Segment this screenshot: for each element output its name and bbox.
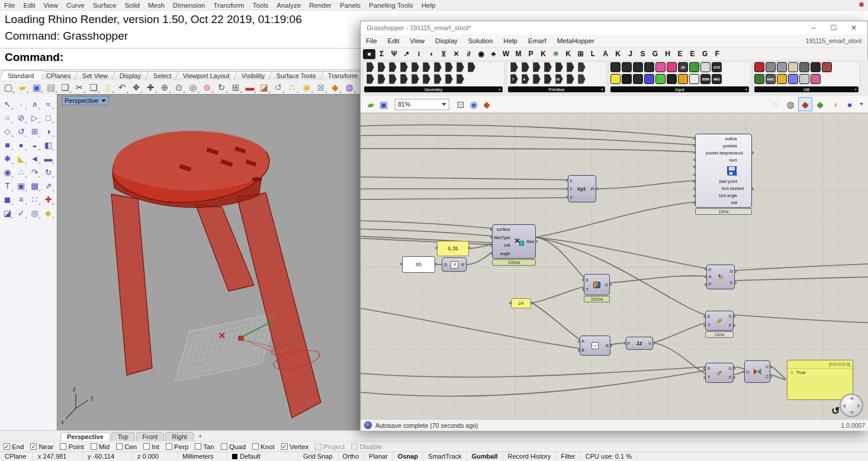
- grid-points-tool[interactable]: ∷: [28, 192, 41, 206]
- contour-tool[interactable]: ≡: [14, 192, 28, 206]
- component-icon[interactable]: [754, 62, 764, 72]
- menu-item[interactable]: Solid: [120, 2, 144, 9]
- component-icon[interactable]: [622, 74, 632, 84]
- node-subtraction[interactable]: AB − R: [580, 336, 610, 356]
- component-icon[interactable]: [420, 74, 430, 84]
- node-unit-z[interactable]: F 1z V: [626, 337, 653, 350]
- flow-tool[interactable]: ◪: [1, 206, 14, 220]
- maximize-button[interactable]: ☐: [824, 21, 844, 34]
- arc-tool[interactable]: ▷: [28, 111, 41, 124]
- viewport-tab[interactable]: Perspective: [60, 432, 110, 441]
- canvas-nav-ball[interactable]: ↺: [840, 394, 863, 417]
- polygon-tool[interactable]: ◇: [1, 124, 14, 138]
- blend-tool[interactable]: ↷: [28, 165, 41, 179]
- chamfer-tool[interactable]: ▬: [41, 151, 55, 165]
- result-panel[interactable]: {0;0;0;0;0} 0True: [787, 360, 853, 400]
- preview-off-icon[interactable]: ◌: [769, 98, 782, 111]
- open-document-icon[interactable]: ▰: [364, 98, 377, 111]
- osnap-checkbox[interactable]: Cen: [116, 443, 137, 450]
- drape-tool[interactable]: ◧: [41, 138, 55, 151]
- status-toggle[interactable]: Record History: [503, 452, 557, 461]
- minimize-button[interactable]: –: [803, 21, 824, 34]
- sphere-tool[interactable]: ●: [14, 138, 28, 151]
- component-icon[interactable]: 7: [508, 74, 518, 84]
- viewport-tab[interactable]: Right: [165, 432, 194, 441]
- pipe-tool[interactable]: ◎: [28, 206, 41, 220]
- component-icon[interactable]: [409, 62, 419, 72]
- toolbar-tab[interactable]: Viewport Layout: [175, 71, 240, 80]
- undo-icon[interactable]: ↶: [115, 81, 129, 94]
- component-icon[interactable]: [542, 62, 552, 72]
- component-icon[interactable]: [667, 74, 677, 84]
- active-layer-button[interactable]: Default: [227, 452, 298, 461]
- component-icon[interactable]: [398, 62, 408, 72]
- osnap-checkbox[interactable]: Tan: [195, 443, 214, 450]
- preview-wireframe-icon[interactable]: ◍: [784, 98, 797, 111]
- lock-icon[interactable]: ⊠: [314, 81, 328, 94]
- tab-mesh[interactable]: ⊻: [438, 49, 450, 59]
- menu-item[interactable]: Solution: [463, 37, 499, 44]
- menu-item[interactable]: Help: [417, 2, 440, 9]
- menu-item[interactable]: Curve: [62, 2, 89, 9]
- component-icon[interactable]: [822, 62, 832, 72]
- osnap-checkbox[interactable]: Int: [143, 443, 159, 450]
- menu-item[interactable]: Tools: [248, 2, 272, 9]
- osnap-checkbox[interactable]: Point: [60, 443, 83, 450]
- osnap-checkbox[interactable]: End: [4, 443, 24, 450]
- four-viewport-icon[interactable]: ⊞: [229, 81, 243, 94]
- status-toggle[interactable]: Ortho: [338, 452, 365, 461]
- component-icon[interactable]: XYZ: [712, 62, 722, 72]
- category-tab[interactable]: P: [525, 49, 537, 59]
- blob-tool[interactable]: ◉: [1, 165, 14, 179]
- zoom-extents-icon[interactable]: ◎: [186, 81, 200, 94]
- curve-edit-tool[interactable]: ↺: [14, 124, 28, 138]
- component-icon[interactable]: [689, 74, 699, 84]
- status-toggle[interactable]: Grid Snap: [298, 452, 338, 461]
- component-icon[interactable]: ABC: [766, 74, 776, 84]
- named-view-icon[interactable]: ▬: [243, 81, 257, 94]
- component-icon[interactable]: [542, 74, 552, 84]
- toolbar-tab[interactable]: Standard: [0, 70, 44, 80]
- move-icon[interactable]: ✚: [143, 81, 157, 94]
- rotate-view-icon[interactable]: ↻: [214, 81, 229, 94]
- status-toggle[interactable]: Planar: [364, 452, 393, 461]
- component-icon[interactable]: [564, 62, 574, 72]
- component-icon[interactable]: [364, 74, 374, 84]
- osnap-checkbox[interactable]: Quad: [221, 443, 246, 450]
- category-tab[interactable]: M: [512, 49, 525, 59]
- component-icon[interactable]: [777, 74, 787, 84]
- polyline-tool[interactable]: ∧: [28, 97, 41, 111]
- menu-item[interactable]: Surface: [89, 2, 121, 9]
- component-icon[interactable]: [364, 62, 374, 72]
- tab-transform[interactable]: ∂: [462, 49, 475, 59]
- component-icon[interactable]: [622, 62, 632, 72]
- close-button[interactable]: ✕: [844, 21, 864, 34]
- node-map[interactable]: ST G: [584, 274, 610, 295]
- component-icon[interactable]: ID: [553, 74, 563, 84]
- viewport-title-menu[interactable]: Perspective: [62, 96, 109, 105]
- category-tab[interactable]: ✳: [549, 49, 562, 59]
- osnap-checkbox[interactable]: Disable: [351, 443, 382, 450]
- category-tab[interactable]: G: [649, 49, 661, 59]
- menu-item[interactable]: Edit: [20, 2, 40, 9]
- check-tool[interactable]: ✓: [14, 206, 28, 220]
- viewport-tab[interactable]: Front: [136, 432, 165, 441]
- grasshopper-title-bar[interactable]: Grasshopper - 191115_emarf_stool* –☐✕: [361, 21, 867, 34]
- pyramid-tool[interactable]: ◆: [41, 206, 55, 220]
- component-icon[interactable]: 3DM: [700, 74, 711, 84]
- ribbon-panel-label[interactable]: Geometry+: [364, 86, 503, 92]
- component-icon[interactable]: [432, 74, 442, 84]
- node-text-mill[interactable]: outlinepocketspocket deepnessnumnamelabe…: [695, 134, 752, 208]
- menu-item[interactable]: View: [39, 2, 62, 9]
- chevron-down-icon[interactable]: [860, 103, 863, 105]
- status-toggle[interactable]: Filter: [556, 452, 580, 461]
- solid-tool[interactable]: ◼: [1, 192, 14, 206]
- component-icon[interactable]: [766, 62, 776, 72]
- component-icon[interactable]: [633, 74, 643, 84]
- component-icon[interactable]: [610, 62, 621, 72]
- menu-item[interactable]: Edit: [382, 37, 405, 44]
- component-icon[interactable]: IMG: [712, 74, 722, 84]
- category-tab[interactable]: E: [686, 49, 699, 59]
- ellipse-tool[interactable]: ⊘: [14, 111, 28, 124]
- component-icon[interactable]: [387, 74, 397, 84]
